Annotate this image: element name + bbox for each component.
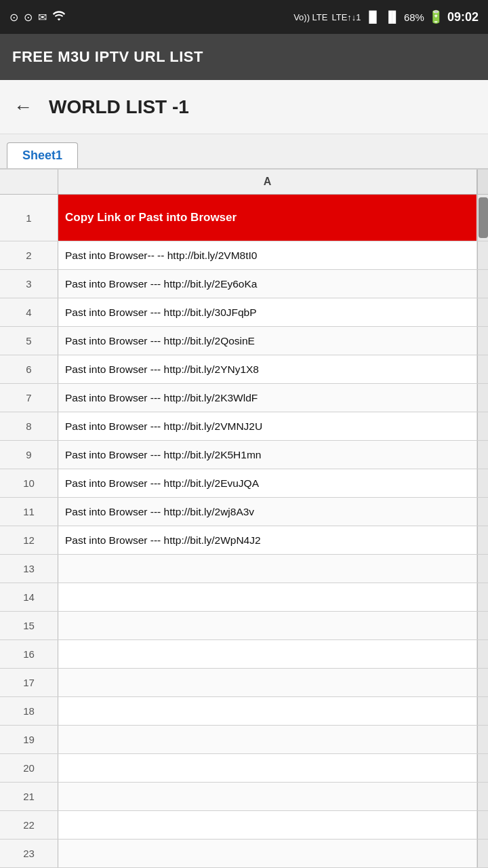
scroll-col — [477, 669, 488, 696]
signal-bars2: ▐▌ — [384, 11, 400, 23]
row-number: 14 — [0, 583, 58, 611]
table-row[interactable]: 17 — [0, 669, 488, 697]
battery-icon: 🔋 — [428, 9, 443, 24]
scroll-col — [477, 526, 488, 554]
scroll-col — [477, 195, 488, 241]
row-number: 15 — [0, 612, 58, 639]
cell-a7[interactable]: Past into Browser --- http://bit.ly/2K3W… — [58, 384, 477, 412]
scroll-col — [477, 555, 488, 583]
scroll-col — [477, 441, 488, 469]
scroll-col — [477, 412, 488, 440]
scroll-col — [477, 583, 488, 611]
cell-a13 — [58, 555, 477, 583]
row-number: 22 — [0, 811, 58, 839]
table-row[interactable]: 23 — [0, 840, 488, 868]
scroll-col — [477, 612, 488, 639]
scroll-col — [477, 241, 488, 269]
row-number: 6 — [0, 355, 58, 383]
cell-a14 — [58, 583, 477, 611]
scroll-col — [477, 840, 488, 867]
row-number: 16 — [0, 640, 58, 668]
cell-a3[interactable]: Past into Browser --- http://bit.ly/2Ey6… — [58, 270, 477, 298]
scroll-col — [477, 270, 488, 298]
sheet-tab-bar: Sheet1 — [0, 134, 488, 170]
carrier-label: Vo)) LTE — [293, 12, 327, 22]
cell-a8[interactable]: Past into Browser --- http://bit.ly/2VMN… — [58, 412, 477, 440]
scroll-col — [477, 327, 488, 355]
table-row[interactable]: 9Past into Browser --- http://bit.ly/2K5… — [0, 441, 488, 469]
row-number: 12 — [0, 526, 58, 554]
row-number: 13 — [0, 555, 58, 583]
signal-bars: ▐▌ — [365, 11, 381, 23]
table-row[interactable]: 20 — [0, 754, 488, 783]
page-header: ← WORLD LIST -1 — [0, 80, 488, 134]
spreadsheet: A 1Copy Link or Past into Browser2Past i… — [0, 170, 488, 868]
scroll-col — [477, 697, 488, 725]
cell-a21 — [58, 783, 477, 810]
cell-a1[interactable]: Copy Link or Past into Browser — [58, 195, 477, 241]
scroll-col — [477, 754, 488, 782]
time-label: 09:02 — [447, 10, 479, 24]
cell-a12[interactable]: Past into Browser --- http://bit.ly/2WpN… — [58, 526, 477, 554]
scroll-col — [477, 355, 488, 383]
row-number: 1 — [0, 195, 58, 241]
sheet1-tab[interactable]: Sheet1 — [7, 142, 78, 168]
cell-a23 — [58, 840, 477, 867]
row-number: 4 — [0, 298, 58, 326]
table-row[interactable]: 2Past into Browser-- -- http://bit.ly/2V… — [0, 241, 488, 270]
table-row[interactable]: 13 — [0, 555, 488, 583]
scroll-col — [477, 469, 488, 497]
table-row[interactable]: 3Past into Browser --- http://bit.ly/2Ey… — [0, 270, 488, 298]
table-row[interactable]: 18 — [0, 697, 488, 726]
table-row[interactable]: 16 — [0, 640, 488, 669]
status-bar: ⊙ ⊙ ✉ Vo)) LTE LTE↑↓1 ▐▌ ▐▌ 68% 🔋 09:02 — [0, 0, 488, 34]
cell-a6[interactable]: Past into Browser --- http://bit.ly/2YNy… — [58, 355, 477, 383]
row-number: 7 — [0, 384, 58, 412]
cell-a9[interactable]: Past into Browser --- http://bit.ly/2K5H… — [58, 441, 477, 469]
scroll-col — [477, 298, 488, 326]
page-title: WORLD LIST -1 — [49, 96, 189, 118]
row-number: 3 — [0, 270, 58, 298]
table-row[interactable]: 5Past into Browser --- http://bit.ly/2Qo… — [0, 327, 488, 355]
row-number: 11 — [0, 498, 58, 526]
table-row[interactable]: 14 — [0, 583, 488, 612]
camera2-icon: ⊙ — [24, 11, 33, 24]
table-row[interactable]: 7Past into Browser --- http://bit.ly/2K3… — [0, 384, 488, 412]
cell-a11[interactable]: Past into Browser --- http://bit.ly/2wj8… — [58, 498, 477, 526]
scroll-col — [477, 498, 488, 526]
cell-a2[interactable]: Past into Browser-- -- http://bit.ly/2VM… — [58, 241, 477, 269]
table-row[interactable]: 4Past into Browser --- http://bit.ly/30J… — [0, 298, 488, 327]
cell-a10[interactable]: Past into Browser --- http://bit.ly/2Evu… — [58, 469, 477, 497]
cell-a4[interactable]: Past into Browser --- http://bit.ly/30JF… — [58, 298, 477, 326]
column-header-row: A — [0, 170, 488, 195]
back-button[interactable]: ← — [14, 96, 33, 118]
row-num-header — [0, 170, 58, 194]
table-row[interactable]: 15 — [0, 612, 488, 640]
row-number: 2 — [0, 241, 58, 269]
cell-a5[interactable]: Past into Browser --- http://bit.ly/2Qos… — [58, 327, 477, 355]
cell-a22 — [58, 811, 477, 839]
table-row[interactable]: 1Copy Link or Past into Browser — [0, 195, 488, 241]
table-row[interactable]: 19 — [0, 726, 488, 754]
scroll-col — [477, 783, 488, 810]
col-a-header: A — [58, 170, 477, 194]
table-row[interactable]: 11Past into Browser --- http://bit.ly/2w… — [0, 498, 488, 526]
table-row[interactable]: 21 — [0, 783, 488, 811]
cell-a18 — [58, 697, 477, 725]
scroll-col — [477, 811, 488, 839]
lte-label: LTE↑↓1 — [331, 12, 361, 22]
table-row[interactable]: 8Past into Browser --- http://bit.ly/2VM… — [0, 412, 488, 441]
app-bar: FREE M3U IPTV URL LIST — [0, 34, 488, 80]
scroll-col — [477, 640, 488, 668]
table-row[interactable]: 22 — [0, 811, 488, 840]
cell-a20 — [58, 754, 477, 782]
row-number: 5 — [0, 327, 58, 355]
cell-a16 — [58, 640, 477, 668]
battery-label: 68% — [404, 12, 424, 23]
table-row[interactable]: 10Past into Browser --- http://bit.ly/2E… — [0, 469, 488, 498]
cell-a15 — [58, 612, 477, 639]
row-number: 19 — [0, 726, 58, 753]
table-row[interactable]: 12Past into Browser --- http://bit.ly/2W… — [0, 526, 488, 555]
table-row[interactable]: 6Past into Browser --- http://bit.ly/2YN… — [0, 355, 488, 384]
scroll-col — [477, 726, 488, 753]
